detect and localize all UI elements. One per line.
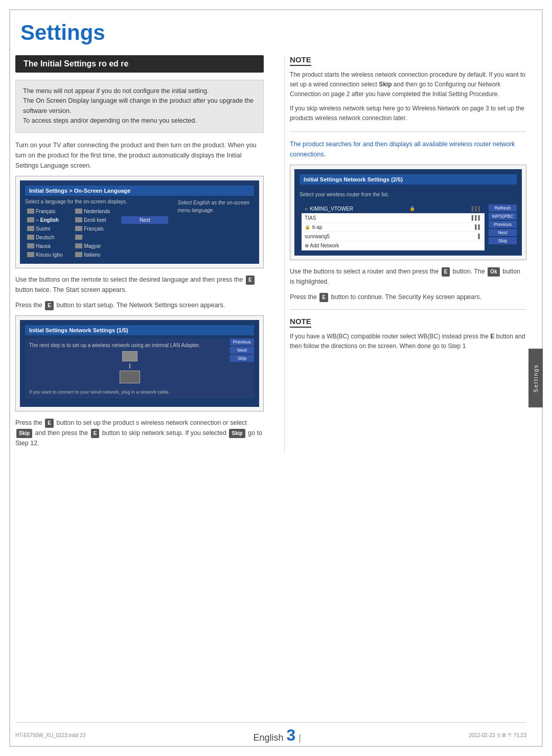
lang-item: Français — [25, 208, 72, 215]
page-title: Settings — [15, 20, 526, 45]
prev-btn: Previous — [230, 338, 254, 346]
network-diagram — [29, 351, 230, 383]
router-item-3: 🔒 ti-ap ▌▌ — [302, 223, 485, 232]
router-name: TIAS — [305, 215, 316, 221]
lang-item — [73, 234, 120, 241]
lang-item: Kisusu Igbo — [25, 251, 72, 259]
network-screen-screenshot: Initial Settings Network Settings (1/5) … — [15, 315, 264, 411]
lang-item: Magyar — [73, 242, 120, 250]
lang-item — [121, 208, 168, 215]
divider — [290, 131, 526, 132]
lock-icon: 🔒 — [305, 224, 310, 230]
network-screen-title: Initial Settings Network Settings (1/5) — [25, 325, 254, 335]
signal-bars: ▌▌▌ — [472, 215, 481, 220]
para-use-buttons: Use the buttons on the remote to select … — [15, 274, 264, 295]
skip-label2: Skip — [229, 429, 245, 438]
lang-item: Suomi — [25, 225, 72, 233]
note1-para2: If you skip wireless network setup here … — [290, 104, 526, 123]
para6-text2: button to continue. The Security Key scr… — [331, 293, 481, 301]
para5-text1: Use the buttons to select a router and t… — [290, 268, 441, 275]
para5-text2: button. The — [453, 268, 487, 275]
lang-item: Français — [73, 225, 120, 233]
btn-e-label7: E — [490, 333, 494, 340]
para4-text4: button to skip network setup. If you sel… — [102, 429, 228, 437]
footer-pipe: | — [298, 732, 301, 743]
router-item-4: sunrwang5 ▌ — [302, 232, 485, 241]
router-item-1: ○ KIMING_VTOWER 🔒 ▌▌▌ — [302, 204, 485, 214]
para3-text1: Press the — [15, 302, 44, 309]
footer-page-number: 3 — [287, 726, 296, 745]
lang-item: Nederlands — [73, 208, 120, 215]
signal-bars: ▌ — [478, 234, 481, 239]
router-item-2: TIAS ▌▌▌ — [302, 214, 485, 223]
lang-item: Eesti keel — [73, 216, 120, 224]
refresh-btn: Refresh — [489, 204, 517, 212]
router-name: ti-ap — [312, 224, 322, 230]
para-turn-on: Turn on your TV after connecting the pro… — [15, 140, 264, 171]
para-use-buttons-router: Use the buttons to select a router and t… — [290, 266, 526, 287]
para3-text2: button to start setup. The Network Setti… — [56, 302, 225, 309]
lang-item: Deutsch — [25, 234, 72, 241]
skip-btn: Skip — [230, 355, 254, 362]
next-btn: Next — [230, 347, 254, 354]
btn-ok-label: Ok — [488, 267, 499, 277]
signal-bars: ▌▌▌ — [472, 206, 481, 211]
side-tab: Settings — [528, 349, 543, 408]
lock-icon: 🔒 — [409, 206, 415, 211]
footer-center: English 3 | — [253, 726, 301, 745]
btn-e-label6: E — [319, 293, 328, 302]
lang-item — [121, 225, 168, 233]
wpspbc-btn: WPS(PBC — [489, 213, 517, 220]
router-subtitle: Select your wireless router from the lis… — [300, 187, 517, 202]
divider2 — [290, 309, 526, 310]
note2-para1: If you have a WB(BC) compatible router s… — [290, 332, 526, 351]
info-line1: The menu will not appear if you do not c… — [23, 87, 209, 95]
language-grid: Français Nederlands ○ English Eesti keel… — [25, 208, 168, 259]
left-column: The Initial Settings ro ed re The menu w… — [15, 55, 269, 453]
lang-item-english: ○ English — [25, 216, 72, 224]
para4-text3: and then press the — [35, 429, 90, 437]
section-header: The Initial Settings ro ed re — [15, 55, 264, 73]
skip-btn: Skip — [489, 237, 517, 244]
router-name: ⊕ Add Network — [305, 243, 339, 248]
para2-text2: button twice. The Start screen appears. — [15, 286, 127, 293]
footer-language: English — [253, 732, 283, 743]
router-name: KIMING_VTOWER — [310, 206, 353, 212]
network-body-text: The next step is to set up a wireless ne… — [25, 338, 254, 399]
note1-para1: The product starts the wireless network … — [290, 70, 526, 100]
signal-bars: ▌▌ — [475, 224, 481, 230]
lang-item — [121, 251, 168, 259]
right-column: NOTE The product starts the wireless net… — [284, 55, 526, 453]
info-box: The menu will not appear if you do not c… — [15, 80, 264, 133]
lang-item — [121, 234, 168, 241]
para6-text1: Press the — [290, 293, 318, 301]
network-text1: The next step is to set up a wireless ne… — [29, 342, 250, 348]
btn-e-label3: E — [45, 419, 54, 428]
router-screen-screenshot: Initial Settings Network Settings (2/5) … — [290, 165, 526, 260]
language-screen-screenshot: Initial Settings > On-Screen Language Se… — [15, 176, 264, 268]
note-section-2: NOTE If you have a WB(BC) compatible rou… — [290, 317, 526, 351]
blue-para: The product searches for and then displa… — [290, 139, 526, 159]
para2-text1: Use the buttons on the remote to select … — [15, 276, 245, 283]
lang-screen-aside-note: Select English as the on-screen menu lan… — [177, 199, 254, 214]
lang-item: Hausa — [25, 242, 72, 250]
btn-e-label1: E — [246, 276, 255, 285]
para4-text1: Press the — [15, 419, 44, 426]
note-label-1: NOTE — [290, 55, 311, 66]
network-text2: If you want to connect to your wired net… — [29, 390, 250, 395]
note-content-1: The product starts the wireless network … — [290, 70, 526, 123]
para-press-e-setup: Press the E button to set up the product… — [15, 418, 264, 448]
lang-item: Italiano — [73, 251, 120, 259]
network-buttons: Previous Next Skip — [230, 338, 254, 362]
lang-screen-subtitle: Select a language for the on-screen disp… — [25, 199, 168, 204]
btn-e-label5: E — [442, 267, 450, 277]
note-section-1: NOTE The product starts the wireless net… — [290, 55, 526, 123]
page-footer: HT-E6750W_XU_0223.indd 23 English 3 | 20… — [15, 722, 526, 745]
footer-right: 2012-02-23 오후 ?: ?1:23 — [469, 732, 526, 739]
para-press-e-continue: Press the E button to continue. The Secu… — [290, 292, 526, 302]
next-btn: Next — [489, 229, 517, 236]
router-item-add: ⊕ Add Network — [302, 241, 485, 250]
para4-text2: button to set up the product s wireless … — [56, 419, 246, 426]
side-tab-label: Settings — [533, 364, 539, 393]
btn-e-label2: E — [45, 301, 54, 310]
